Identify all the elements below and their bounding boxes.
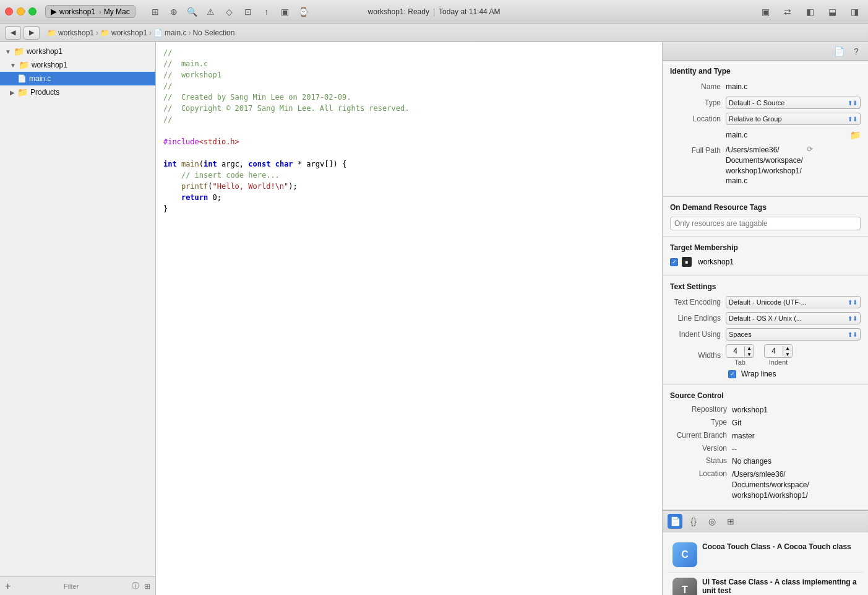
breadcrumb-selection[interactable]: No Selection xyxy=(192,28,234,37)
scheme-icon[interactable]: ⊡ xyxy=(239,3,257,20)
membership-checkbox[interactable]: ✓ xyxy=(670,258,678,266)
back-forward-icon[interactable]: ⇄ xyxy=(779,3,796,20)
scheme-name: workshop1 xyxy=(59,7,95,16)
add-target-icon[interactable]: ⊕ xyxy=(165,3,183,20)
sidebar-item-label: workshop1 xyxy=(27,47,62,56)
simulator-icon[interactable]: ▣ xyxy=(277,3,294,20)
title-bar-status: workshop1: Ready | Today at 11:44 AM xyxy=(368,7,501,16)
wrap-checkbox[interactable]: ✓ xyxy=(728,370,736,378)
sidebar: ▼ 📁 workshop1 ▼ 📁 workshop1 📄 main.c ▶ 📁… xyxy=(0,42,156,595)
template-ui-test[interactable]: T UI Test Case Class - A class implement… xyxy=(668,573,863,595)
ui-test-icon: T xyxy=(672,578,697,595)
breakpoint-icon[interactable]: ◇ xyxy=(221,3,238,20)
repository-row: Repository workshop1 xyxy=(670,405,861,415)
grid-icon[interactable]: ⊞ xyxy=(144,582,150,591)
breadcrumb: 📁 workshop1 › 📁 workshop1 › 📄 main.c › N… xyxy=(42,28,239,37)
panel-bottom-icon[interactable]: ⬓ xyxy=(823,3,841,20)
breadcrumb-file[interactable]: main.c xyxy=(165,28,186,37)
warning-icon[interactable]: ⚠ xyxy=(202,3,220,20)
fullpath-label: Full Path xyxy=(670,146,726,155)
tab-down[interactable]: ▼ xyxy=(745,351,754,357)
section-title-text: Text Settings xyxy=(670,282,861,291)
refresh-icon[interactable]: ⟳ xyxy=(807,145,813,154)
indent-val[interactable]: 4 xyxy=(765,346,783,356)
lineendings-select[interactable]: Default - OS X / Unix (... ⬆⬇ xyxy=(726,312,861,324)
indent-select[interactable]: Spaces ⬆⬇ xyxy=(726,328,861,341)
status-label: Status xyxy=(670,456,732,465)
tab-file-inspector[interactable]: 📄 xyxy=(668,514,682,529)
code-line: // workshop1 xyxy=(156,69,662,80)
sidebar-item-label: main.c xyxy=(29,74,51,83)
breadcrumb-group[interactable]: workshop1 xyxy=(111,28,147,37)
tab-identity[interactable]: ◎ xyxy=(705,514,720,529)
widths-row: Widths 4 ▲ ▼ Tab xyxy=(670,344,861,366)
section-title-tags: On Demand Resource Tags xyxy=(670,203,861,212)
text-settings-section: Text Settings Text Encoding Default - Un… xyxy=(663,276,868,385)
inspector: Identity and Type Name main.c Type Defau… xyxy=(663,61,868,595)
code-line: return 0; xyxy=(156,192,662,203)
code-editor[interactable]: // // main.c // workshop1 // // Created … xyxy=(156,42,663,595)
panel-right-icon[interactable]: ◨ xyxy=(846,3,863,20)
info-icon[interactable]: ⓘ xyxy=(132,581,139,591)
tab-quick-help[interactable]: {} xyxy=(686,514,701,529)
repository-value: workshop1 xyxy=(732,405,861,415)
encoding-select[interactable]: Default - Unicode (UTF-... ⬆⬇ xyxy=(726,296,861,308)
widths-controls: 4 ▲ ▼ Tab 4 xyxy=(726,344,793,366)
new-file-icon-right[interactable]: 📄 xyxy=(832,45,846,58)
encoding-label: Text Encoding xyxy=(670,298,726,306)
membership-row: ✓ ■ workshop1 xyxy=(670,257,861,267)
app-status: workshop1: Ready xyxy=(368,7,429,16)
file-icon: 📄 xyxy=(17,74,27,83)
tab-value[interactable]: 4 xyxy=(726,346,745,356)
close-button[interactable] xyxy=(5,7,13,15)
add-file-button[interactable]: + xyxy=(5,581,11,592)
breadcrumb-root[interactable]: workshop1 xyxy=(58,28,94,37)
code-line: #include <stdio.h> xyxy=(156,136,662,147)
title-bar-right: ▣ ⇄ ◧ ⬓ ◨ xyxy=(757,3,863,20)
tab-spinner[interactable]: 4 ▲ ▼ xyxy=(726,344,754,358)
select-arrow-icon5: ⬆⬇ xyxy=(848,331,857,338)
type-select[interactable]: Default - C Source ⬆⬇ xyxy=(726,97,861,109)
panel-left-icon[interactable]: ◧ xyxy=(801,3,819,20)
code-line: } xyxy=(156,203,662,214)
minimize-button[interactable] xyxy=(17,7,25,15)
indent-down[interactable]: ▼ xyxy=(783,351,792,357)
folder-browse-icon[interactable]: 📁 xyxy=(850,130,861,140)
tags-input[interactable] xyxy=(670,217,861,230)
membership-section: Target Membership ✓ ■ workshop1 xyxy=(663,237,868,276)
back-button[interactable]: ◀ xyxy=(5,26,21,40)
new-file-icon[interactable]: ⊞ xyxy=(147,3,164,20)
tab-attributes[interactable]: ⊞ xyxy=(723,514,738,529)
indent-spinner[interactable]: 4 ▲ ▼ xyxy=(764,344,793,358)
sidebar-item-products[interactable]: ▶ 📁 Products xyxy=(0,85,155,99)
source-control-section: Source Control Repository workshop1 Type… xyxy=(663,385,868,510)
location-field-row: Location Relative to Group ⬆⬇ xyxy=(670,113,861,125)
filter-input[interactable]: Filter xyxy=(64,583,79,590)
profile-icon[interactable]: ⌚ xyxy=(295,3,312,20)
right-panel: 📄 ? Identity and Type Name main.c Type D… xyxy=(663,42,868,595)
sidebar-item-root-group[interactable]: ▼ 📁 workshop1 xyxy=(0,45,155,58)
scheme-selector[interactable]: ▶ workshop1 › My Mac xyxy=(45,5,135,18)
folder-icon: 📁 xyxy=(14,46,24,56)
fullscreen-button[interactable] xyxy=(28,7,37,15)
git-icon[interactable]: ↑ xyxy=(258,3,275,20)
forward-button[interactable]: ▶ xyxy=(24,26,40,40)
section-title-membership: Target Membership xyxy=(670,243,861,252)
expand-arrow: ▼ xyxy=(10,62,16,69)
membership-label: workshop1 xyxy=(698,258,734,266)
name-field-row: Name main.c xyxy=(670,80,861,93)
template-text2: UI Test Case Class - A class implementin… xyxy=(702,578,858,595)
location-select[interactable]: Relative to Group ⬆⬇ xyxy=(726,113,861,125)
code-line: // Copyright © 2017 Sang Min Lee. All ri… xyxy=(156,103,662,114)
search-icon[interactable]: 🔍 xyxy=(184,3,201,20)
sidebar-item-workshop1-folder[interactable]: ▼ 📁 workshop1 xyxy=(0,58,155,72)
select-arrow-icon3: ⬆⬇ xyxy=(848,299,857,306)
help-icon[interactable]: ? xyxy=(849,45,863,58)
template-cocoa-touch[interactable]: C Cocoa Touch Class - A Cocoa Touch clas… xyxy=(668,537,863,573)
indent-up[interactable]: ▲ xyxy=(783,345,792,351)
sidebar-item-main-c[interactable]: 📄 main.c xyxy=(0,72,155,85)
sc-location-value: /Users/smlee36/Documents/workspace/works… xyxy=(732,469,861,500)
tab-up[interactable]: ▲ xyxy=(745,345,754,351)
inspector-bottom-tabs: 📄 {} ◎ ⊞ xyxy=(663,510,868,532)
layout-icon[interactable]: ▣ xyxy=(757,3,774,20)
